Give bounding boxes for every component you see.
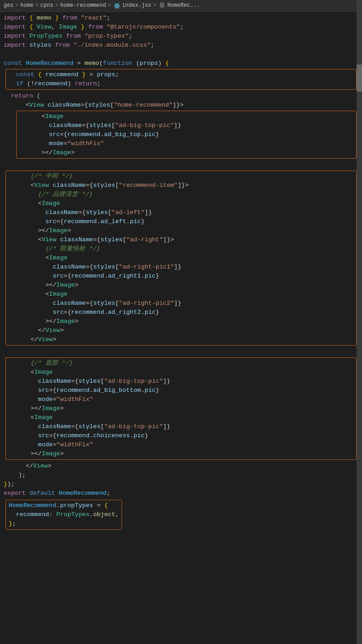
code-line: export default HomeRecommend; <box>4 489 358 498</box>
highlight-block-props: const { recommend } = props; if (!recomm… <box>5 69 357 90</box>
code-line: ></Image> <box>9 226 353 235</box>
code-line: ); <box>4 471 358 480</box>
breadcrumb-sep: > <box>35 1 39 10</box>
code-line: HomeRecommend.propTypes = { <box>9 501 119 510</box>
code-line: ></Image> <box>9 404 353 413</box>
code-line <box>4 347 358 356</box>
code-line: import { View, Image } from "@tarojs/com… <box>4 23 358 32</box>
code-editor: import { memo } from "react"; import { V… <box>0 12 362 533</box>
svg-point-3 <box>117 5 117 6</box>
breadcrumb-sep: > <box>108 1 111 10</box>
code-line: <Image <box>9 199 353 208</box>
code-line: <Image <box>9 290 353 299</box>
breadcrumb-item: ges <box>4 1 14 10</box>
code-line: return ( <box>4 92 358 101</box>
code-line: src={recommend.ad_big_top.pic} <box>20 130 353 139</box>
code-line: {/* 品牌清货 */} <box>9 190 353 199</box>
code-line: className={styles["ad-big-top-pic"]} <box>9 377 353 386</box>
code-line: className={styles["ad-left"]} <box>9 208 353 217</box>
code-line <box>4 50 358 59</box>
code-line: <View className={styles["recommend-item"… <box>9 181 353 190</box>
code-line: </View> <box>9 335 353 344</box>
breadcrumb-item: home-recommend <box>60 1 106 10</box>
breadcrumb-sep: > <box>15 1 19 10</box>
highlight-block-bottom: {/* 底部 */} <Image className={styles["ad-… <box>5 357 357 460</box>
breadcrumb: ges > home > cpns > home-recommend > ind… <box>0 0 362 12</box>
code-line: className={styles["ad-right-pic2"]} <box>9 299 353 308</box>
code-line: className={styles["ad-big-top-pic"]} <box>20 121 353 130</box>
code-line: <View className={styles["home-recommend"… <box>4 101 358 110</box>
code-line: import styles from "./index.module.scss"… <box>4 41 358 50</box>
breadcrumb-item: index.jsx <box>122 1 152 10</box>
code-line: ></Image> <box>9 449 353 459</box>
react-icon <box>114 3 120 9</box>
breadcrumb-item: home <box>20 1 34 10</box>
breadcrumb-item: HomeRec... <box>167 1 200 10</box>
code-line: src={recommend.choiceness.pic} <box>9 431 353 440</box>
code-line: }; <box>9 519 119 528</box>
code-line: className={styles["ad-right-pic1"]} <box>9 263 353 272</box>
file-icon <box>159 3 166 9</box>
breadcrumb-sep: > <box>55 1 59 10</box>
code-line: {/* 限量快抢 */} <box>9 244 353 254</box>
scrollbar-thumb[interactable] <box>357 64 362 92</box>
code-line: src={recommend.ad_big_bottom.pic} <box>9 386 353 395</box>
highlight-block-proptypes: HomeRecommend.propTypes = { recommend: P… <box>5 500 122 530</box>
code-line: if (!recommend) return; <box>9 79 353 88</box>
code-line: </View> <box>4 462 358 471</box>
code-line: ></Image> <box>9 317 353 326</box>
highlight-block-top-image: <Image className={styles["ad-big-top-pic… <box>16 111 357 159</box>
code-line: <View className={styles["ad-right"]}> <box>9 235 353 244</box>
scrollbar[interactable] <box>357 0 362 644</box>
code-line: import PropTypes from "prop-types"; <box>4 32 358 41</box>
code-line: <Image <box>9 413 353 422</box>
code-line: <Image <box>20 112 353 121</box>
code-line: src={recommend.ad_right2.pic} <box>9 308 353 317</box>
code-line: mode="widthFix" <box>9 440 353 449</box>
code-line <box>4 161 358 170</box>
code-line: }); <box>4 480 358 489</box>
code-line: import { memo } from "react"; <box>4 14 358 23</box>
code-line: <Image <box>9 368 353 377</box>
code-line: src={recommend.ad_right1.pic} <box>9 272 353 281</box>
code-line: src={recommend.ad_left.pic} <box>9 217 353 226</box>
code-line: {/* 中间 */} <box>9 172 353 181</box>
code-line: ></Image> <box>9 281 353 290</box>
code-line: recommend: PropTypes.object, <box>9 510 119 519</box>
code-line: ></Image> <box>20 148 353 157</box>
breadcrumb-item: cpns <box>40 1 54 10</box>
editor-container: ges > home > cpns > home-recommend > ind… <box>0 0 362 644</box>
breadcrumb-sep: > <box>153 1 157 10</box>
code-line: const HomeRecommend = memo(function (pro… <box>4 59 358 68</box>
highlight-block-middle: {/* 中间 */} <View className={styles["reco… <box>5 171 357 346</box>
code-line: mode="widthFix" <box>20 139 353 148</box>
code-line: className={styles["ad-big-top-pic"]} <box>9 422 353 431</box>
code-line: <Image <box>9 254 353 263</box>
code-line: mode="widthFix" <box>9 395 353 404</box>
code-line: </View> <box>9 326 353 335</box>
code-line: const { recommend } = props; <box>9 70 353 79</box>
code-line: {/* 底部 */} <box>9 359 353 368</box>
